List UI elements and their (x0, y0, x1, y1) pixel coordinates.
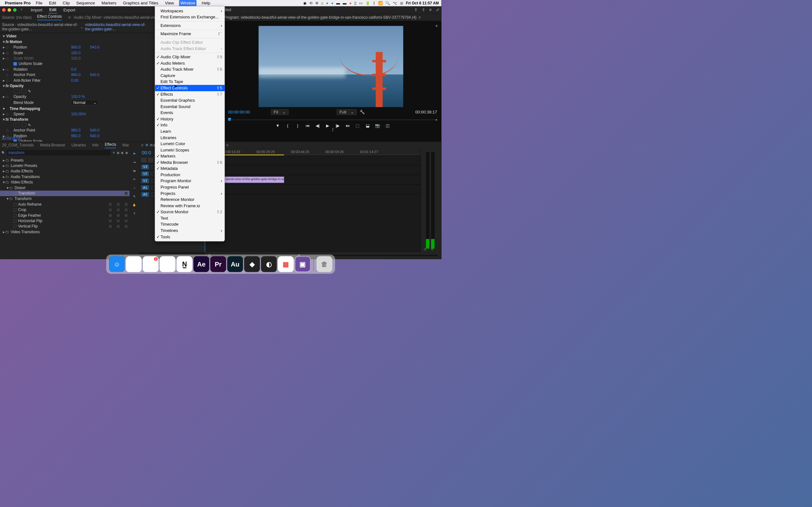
dock-app-audition[interactable]: Au (227, 257, 243, 272)
twist-video[interactable]: ▾ (2, 34, 6, 39)
compare-icon[interactable]: ◫ (385, 123, 390, 128)
timeline-panel-menu-icon[interactable]: ≡ (226, 143, 229, 147)
play-icon[interactable]: ▶ (325, 123, 330, 128)
effects-tree-node[interactable]: ▾🗀Video Effects (0, 180, 130, 185)
dock-app-chrome[interactable]: ◎ (126, 257, 142, 272)
ec-anchor-y[interactable]: 540.0 (90, 72, 109, 77)
bt-icon[interactable]: ᛒ (373, 1, 375, 5)
tab-source[interactable]: Source: (no clips) (2, 15, 32, 20)
keyframe-toggle[interactable] (5, 51, 9, 55)
effects-tree-node[interactable]: ▸🗀Video Transitions (0, 229, 130, 234)
menu-file[interactable]: File (34, 0, 44, 6)
window-menu-item[interactable]: Timecode (155, 221, 225, 228)
lane-a2[interactable] (205, 194, 442, 204)
dock-app-trash[interactable]: 🗑 (316, 257, 333, 272)
clear-search-icon[interactable]: ✕ (113, 151, 115, 154)
export-fly-icon[interactable]: ⤴ (332, 128, 334, 132)
dock-app-finder[interactable]: ☺ (109, 257, 125, 272)
effects-tree-node[interactable]: ▾🗀Distort (0, 185, 130, 190)
effects-tree-node[interactable]: ⬚Transform (0, 191, 130, 196)
window-menu-item[interactable]: Program Monitor› (155, 178, 225, 184)
mask-pen-icon[interactable]: ✎ (28, 89, 32, 93)
status-icon[interactable]: ◉ (303, 1, 306, 5)
timeline-ruler[interactable]: 00:00:14:29 00:00:29:29 00:00:44:28 00:0… (205, 149, 442, 156)
workspace-icon[interactable]: ≡ (429, 8, 432, 12)
bracket-out-icon[interactable]: } (295, 123, 300, 128)
effects-search-input[interactable] (7, 150, 111, 156)
effects-tree-node[interactable]: ▸🗀Presets (0, 158, 130, 163)
window-menu-item[interactable]: Essential Sound (155, 104, 225, 110)
ws-import[interactable]: Import (30, 6, 43, 13)
window-menu-item[interactable]: Maximize Frame⇧` (155, 31, 225, 37)
minimize-button[interactable] (8, 8, 11, 12)
ws-edit[interactable]: Edit (49, 6, 57, 14)
window-menu-item[interactable]: ✓Metadata (155, 165, 225, 172)
program-res-dropdown[interactable]: Full⌄ (337, 109, 357, 115)
chevron-down-icon[interactable]: ⌄ (80, 25, 84, 29)
window-menu-item[interactable]: Reference Monitor (155, 196, 225, 203)
go-start-icon[interactable]: ⏮ (305, 123, 310, 128)
window-menu-item[interactable]: Review with Frame.io (155, 203, 225, 209)
effects-tree-node[interactable]: ▸🗀Lumetri Presets (0, 163, 130, 169)
menu-view[interactable]: View (164, 0, 175, 6)
ec-anchor-x[interactable]: 960.0 (71, 72, 90, 77)
control-center-icon[interactable]: ⌥ (393, 1, 397, 5)
fx-badge-icon[interactable]: fx (5, 118, 9, 122)
status-icon[interactable]: ● (331, 1, 334, 5)
window-menu-item[interactable]: Edit To Tape (155, 78, 225, 85)
solo-label[interactable]: S (424, 247, 426, 251)
go-end-icon[interactable]: ⏭ (345, 123, 350, 128)
twist-transform[interactable]: ▾ (2, 118, 6, 122)
solo-label[interactable]: S (431, 247, 433, 251)
lift-icon[interactable]: ⬚ (355, 123, 360, 128)
quick-export-icon[interactable]: ⇪ (414, 8, 417, 12)
razor-tool-icon[interactable]: ✂ (132, 176, 137, 182)
status-icon[interactable]: ● (326, 1, 328, 5)
pen-tool-icon[interactable]: ✎ (132, 193, 137, 199)
mask-rect-icon[interactable] (21, 123, 26, 127)
lane-v2[interactable] (205, 165, 442, 175)
export-frame-icon[interactable]: 📷 (375, 123, 380, 128)
ec-sequence-link[interactable]: videoblocks-beautiful-aerial-view-of-the… (85, 22, 151, 32)
fullscreen-icon[interactable]: ⤢ (436, 8, 439, 12)
step-fwd-icon[interactable]: |▶ (335, 123, 340, 128)
fx-badge-icon[interactable]: fx (5, 83, 9, 88)
keyframe-toggle[interactable] (5, 67, 9, 72)
ec-blend-dropdown[interactable]: Normal⌄ (71, 100, 99, 105)
window-menu-item[interactable]: Learn (155, 128, 225, 135)
dock-app-grid[interactable]: ▦ (278, 257, 294, 272)
dock-app-after-effects[interactable]: Ae (194, 257, 209, 272)
fx-badge-icon[interactable]: fx (5, 40, 9, 44)
snap-toggle-icon[interactable]: ❄ (145, 143, 148, 147)
window-menu-item[interactable]: Projects› (155, 190, 225, 196)
effects-tree-node[interactable]: ▸🗀Audio Transitions (0, 174, 130, 179)
tab-info[interactable]: Info (92, 143, 99, 147)
share-icon[interactable]: ⇧ (422, 8, 425, 12)
menu-graphics[interactable]: Graphics and Titles (121, 0, 159, 6)
ec-t-anchor-x[interactable]: 960.0 (71, 128, 90, 132)
status-icon[interactable]: ⌂ (321, 1, 323, 5)
track-select-tool-icon[interactable]: ⇥ (132, 159, 137, 165)
effects-tree-node[interactable]: ⬚Crop (0, 207, 130, 213)
twist-opacity[interactable]: ▾ (2, 83, 6, 88)
window-menu-item[interactable]: ✓Audio Meters (155, 60, 225, 66)
dock-app-premiere[interactable]: Pr (210, 257, 226, 272)
keyframe-toggle[interactable] (5, 128, 9, 132)
twist-timeremap[interactable]: ▾ (2, 107, 6, 111)
program-settings-icon[interactable]: 🔧 (360, 110, 365, 114)
effects-tree-node[interactable]: ▾🗀Transform (0, 196, 130, 202)
effects-tree-node[interactable]: ⬚Horizontal Flip (0, 218, 130, 223)
program-panel-menu-icon[interactable]: ≡ (419, 15, 421, 20)
dock-app-screenflow[interactable]: ▣ (295, 257, 310, 272)
lane-v3[interactable] (205, 156, 442, 165)
window-menu-item[interactable]: Find Extensions on Exchange... (155, 14, 225, 20)
window-menu-item[interactable]: Lumetri Scopes (155, 147, 225, 153)
window-menu-item[interactable]: ✓Effects⇧7 (155, 91, 225, 97)
window-menu-item[interactable]: Timelines› (155, 228, 225, 234)
window-menu-item[interactable]: Extensions› (155, 22, 225, 29)
window-menu-item[interactable]: Workspaces› (155, 8, 225, 14)
wifi-icon[interactable]: 📶 (378, 1, 383, 5)
battery-icon[interactable]: 🔋 (365, 1, 370, 5)
home-icon[interactable]: ⌂ (20, 8, 25, 12)
spotlight-icon[interactable]: 🔍 (386, 1, 390, 5)
